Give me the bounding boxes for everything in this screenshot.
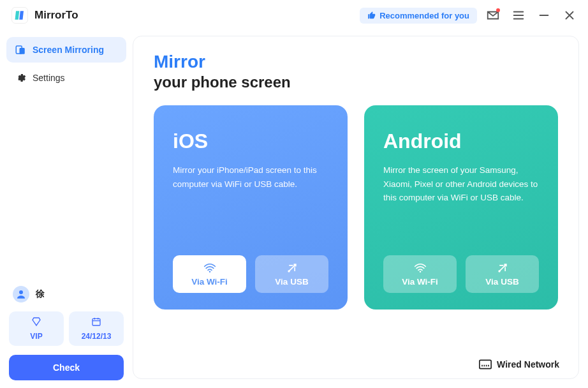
svg-rect-6: [293, 264, 296, 266]
android-description: Mirror the screen of your Samsung, Xiaom…: [383, 163, 539, 205]
sidebar-item-screen-mirroring[interactable]: Screen Mirroring: [6, 37, 126, 63]
calendar-icon: [91, 317, 101, 327]
android-usb-label: Via USB: [485, 277, 518, 287]
minimize-button[interactable]: [537, 8, 551, 22]
ios-wifi-label: Via Wi-Fi: [191, 277, 228, 287]
sidebar-item-label: Settings: [33, 73, 65, 83]
usb-icon: [496, 262, 509, 274]
check-label: Check: [53, 362, 80, 373]
ios-card: iOS Mirror your iPhone/iPad screen to th…: [154, 105, 348, 310]
minimize-icon: [537, 8, 551, 22]
svg-point-2: [19, 290, 23, 294]
wifi-icon: [203, 262, 216, 274]
screen-mirroring-icon: [15, 44, 26, 56]
hamburger-icon: [511, 8, 526, 22]
avatar: [13, 286, 29, 302]
username: 徐: [36, 288, 45, 300]
notification-dot: [496, 8, 500, 12]
ios-description: Mirror your iPhone/iPad screen to this c…: [173, 163, 328, 191]
inbox-button[interactable]: [486, 8, 500, 22]
expiry-label: 24/12/13: [82, 332, 112, 341]
thumbs-up-icon: [367, 11, 376, 20]
main-content: Mirror your phone screen iOS Mirror your…: [133, 36, 579, 379]
android-card: Android Mirror the screen of your Samsun…: [364, 105, 558, 310]
svg-rect-1: [20, 48, 25, 54]
recommended-button[interactable]: Recommended for you: [360, 8, 477, 24]
expiry-card[interactable]: 24/12/13: [69, 311, 124, 346]
gear-icon: [15, 72, 26, 84]
close-button[interactable]: [562, 8, 577, 22]
vip-label: VIP: [30, 332, 42, 341]
svg-rect-3: [92, 318, 100, 325]
sidebar-item-settings[interactable]: Settings: [6, 65, 126, 91]
ios-usb-label: Via USB: [275, 277, 308, 287]
svg-rect-9: [504, 264, 506, 266]
svg-rect-10: [480, 360, 491, 368]
ethernet-icon: [479, 359, 492, 369]
user-row[interactable]: 徐: [6, 281, 126, 308]
recommended-label: Recommended for you: [379, 11, 469, 20]
network-status[interactable]: Wired Network: [479, 359, 559, 369]
android-title: Android: [383, 130, 539, 153]
user-icon: [15, 288, 27, 300]
vip-card[interactable]: VIP: [9, 311, 64, 346]
app-title: MirrorTo: [34, 9, 78, 22]
check-button[interactable]: Check: [9, 355, 124, 380]
svg-point-7: [419, 271, 421, 273]
diamond-icon: [31, 317, 41, 327]
ios-title: iOS: [173, 130, 328, 153]
wifi-icon: [414, 262, 427, 274]
titlebar: MirrorTo Recommended for you: [0, 0, 588, 31]
android-wifi-label: Via Wi-Fi: [402, 277, 438, 287]
sidebar-item-label: Screen Mirroring: [33, 45, 104, 55]
app-logo: [11, 7, 28, 24]
usb-icon: [286, 262, 298, 274]
close-icon: [562, 8, 577, 22]
menu-button[interactable]: [511, 8, 526, 22]
android-usb-button[interactable]: Via USB: [466, 255, 539, 293]
page-heading-2: your phone screen: [154, 73, 558, 91]
network-label: Wired Network: [497, 359, 559, 369]
page-heading-1: Mirror: [154, 52, 558, 72]
sidebar: Screen Mirroring Settings 徐 VIP 24/12/13…: [0, 31, 133, 388]
ios-wifi-button[interactable]: Via Wi-Fi: [173, 255, 246, 293]
svg-point-4: [209, 271, 210, 273]
android-wifi-button[interactable]: Via Wi-Fi: [383, 255, 457, 293]
svg-point-5: [288, 270, 290, 272]
svg-point-8: [498, 270, 500, 272]
ios-usb-button[interactable]: Via USB: [255, 255, 328, 293]
